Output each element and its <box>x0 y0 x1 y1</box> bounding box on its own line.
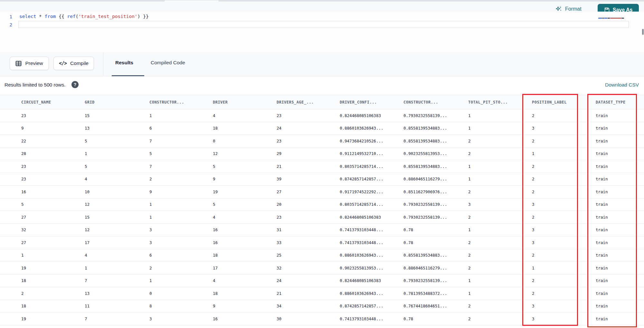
table-grid-icon <box>15 60 22 67</box>
table-cell: 0.9023255813953... <box>340 266 403 270</box>
code-token: 'train_test_position' <box>78 14 137 19</box>
code-token: {{ <box>56 14 67 19</box>
table-cell: 22 <box>21 139 85 143</box>
table-cell: 5 <box>213 164 277 169</box>
table-cell: 11 <box>85 304 149 308</box>
column-header[interactable]: POSITION_LABEL <box>532 100 596 105</box>
table-cell: 12 <box>85 202 149 207</box>
table-cell: 10 <box>85 189 149 194</box>
table-cell: 23 <box>21 164 85 169</box>
table-cell: train <box>596 316 644 321</box>
help-icon[interactable]: ? <box>71 81 79 88</box>
table-cell: 34 <box>277 304 340 308</box>
table-cell: 1 <box>468 278 532 283</box>
table-cell: 0.8035714285714... <box>340 202 403 207</box>
table-cell: 2 <box>21 291 85 296</box>
column-header[interactable]: GRID <box>85 100 149 105</box>
table-row: 23429390.8742857142857...0.8860465116279… <box>0 173 644 186</box>
table-cell: 23 <box>277 215 340 220</box>
table-cell: 1 <box>149 113 213 118</box>
table-row: 181189340.8742857142857...0.767441860465… <box>0 300 644 313</box>
table-cell: 1 <box>468 113 532 118</box>
table-cell: 0.8511627906976... <box>403 189 468 194</box>
code-line-2-active[interactable] <box>18 21 629 28</box>
table-row: 2717316330.7413793103448...0.7823train <box>0 236 644 249</box>
table-cell: 23 <box>277 113 340 118</box>
table-cell: 6 <box>149 126 213 131</box>
table-cell: train <box>596 215 644 220</box>
table-cell: 21 <box>277 291 340 296</box>
table-cell: 1 <box>532 151 596 156</box>
table-cell: 28 <box>21 151 85 156</box>
table-row: 191217320.9023255813953...0.886046511627… <box>0 262 644 275</box>
table-row: 1610919270.9171974522292...0.85116279069… <box>0 186 644 198</box>
editor-minimap[interactable] <box>598 17 628 19</box>
table-cell: 19 <box>21 316 85 321</box>
table-cell: 3 <box>532 126 596 131</box>
table-cell: 0.8035714285714... <box>340 164 403 169</box>
table-cell: 33 <box>277 240 340 245</box>
table-cell: 3 <box>149 316 213 321</box>
line-number-2: 2 <box>5 22 12 27</box>
table-cell: 0.8860465116279... <box>403 177 468 181</box>
table-cell: 32 <box>21 227 85 232</box>
table-cell: 5 <box>85 164 149 169</box>
column-header[interactable]: DRIVER <box>213 100 277 105</box>
table-cell: 9 <box>213 304 277 308</box>
table-cell: train <box>596 291 644 296</box>
table-cell: 21 <box>277 164 340 169</box>
compile-button[interactable]: </> Compile <box>53 57 94 70</box>
table-cell: 18 <box>21 278 85 283</box>
preview-button[interactable]: Preview <box>10 57 49 70</box>
app-window: Format Save As 1 2 select * from {{ ref(… <box>0 0 644 328</box>
editor-scrollbar-thumb[interactable] <box>642 29 644 35</box>
table-cell: 1 <box>532 266 596 270</box>
table-header-row: CIRCUIT_NAMEGRIDCONSTRUCTOR...DRIVERDRIV… <box>0 95 644 109</box>
table-cell: 30 <box>277 316 340 321</box>
column-header[interactable]: DRIVERS_AGE_... <box>277 100 340 105</box>
tab-compiled-code[interactable]: Compiled Code <box>151 60 185 66</box>
code-line-1[interactable]: select * from {{ ref('train_test_positio… <box>19 14 149 19</box>
column-header[interactable]: CONSTRUCTOR... <box>149 100 213 105</box>
table-cell: 2 <box>532 164 596 169</box>
table-cell: 17 <box>85 240 149 245</box>
table-cell: 18 <box>213 253 277 258</box>
table-cell: 1 <box>149 202 213 207</box>
table-cell: 27 <box>277 189 340 194</box>
column-header[interactable]: DRIVER_CONFI... <box>340 100 403 105</box>
table-cell: 23 <box>277 139 340 143</box>
table-cell: train <box>596 202 644 207</box>
column-header[interactable]: CONSTRUCTOR... <box>403 100 468 105</box>
table-row: 18714240.8244680851063830.7930232558139.… <box>0 275 644 287</box>
table-cell: 0.9023255813953... <box>403 151 468 156</box>
download-csv-link[interactable]: Download CSV <box>605 82 639 88</box>
preview-label: Preview <box>25 60 43 66</box>
table-cell: 0.7413793103448... <box>340 227 403 232</box>
table-cell: 1 <box>468 291 532 296</box>
column-header[interactable]: CIRCUIT_NAME <box>21 100 85 105</box>
table-cell: 0 <box>213 139 277 143</box>
table-cell: 0.78 <box>403 227 468 232</box>
results-info-bar: Results limited to 500 rows. ? Download … <box>0 76 644 95</box>
tab-results[interactable]: Results <box>115 60 133 66</box>
column-header[interactable]: TOTAL_PIT_STO... <box>468 100 532 105</box>
table-cell: 15 <box>85 113 149 118</box>
table-cell: 0.9171974522292... <box>340 189 403 194</box>
table-cell: train <box>596 240 644 245</box>
code-token: select <box>19 14 36 19</box>
table-cell: 2 <box>532 113 596 118</box>
table-cell: 0.7813953488372... <box>403 291 468 296</box>
table-cell: 9 <box>149 189 213 194</box>
table-cell: 3 <box>532 316 596 321</box>
table-cell: 0.7674418604651... <box>403 304 468 308</box>
table-cell: 4 <box>85 253 149 258</box>
table-cell: 1 <box>468 164 532 169</box>
code-editor[interactable]: 1 2 select * from {{ ref('train_test_pos… <box>0 12 644 52</box>
table-cell: 15 <box>85 215 149 220</box>
table-cell: 0.8558139534883... <box>403 164 468 169</box>
column-header[interactable]: DATASET_TYPE <box>596 100 644 105</box>
code-token: ref <box>67 14 75 19</box>
table-cell: 24 <box>277 278 340 283</box>
table-cell: 0 <box>149 291 213 296</box>
table-cell: 0.824468085106383 <box>340 215 403 220</box>
